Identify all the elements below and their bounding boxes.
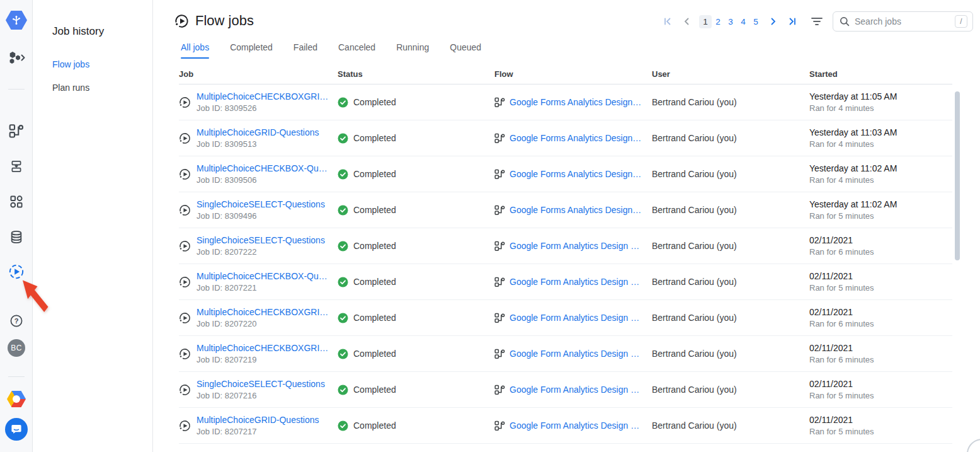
- user-name: Bertrand Cariou (you): [652, 313, 809, 323]
- status-cell: Completed: [338, 241, 494, 252]
- first-page-icon[interactable]: [660, 14, 675, 29]
- flow-link[interactable]: Google Forms Analytics Design …: [510, 97, 643, 107]
- user-name: Bertrand Cariou (you): [652, 277, 809, 287]
- run-duration: Ran for 4 minutes: [809, 175, 952, 185]
- plans-icon[interactable]: [0, 159, 33, 174]
- job-cell: MultipleChoiceGRID-Questions Job ID: 820…: [179, 415, 338, 436]
- google-cloud-icon[interactable]: [0, 390, 33, 408]
- job-text: SingleChoiceSELECT-Questions Job ID: 830…: [197, 199, 325, 221]
- flow-icon: [494, 169, 505, 180]
- tab-queued[interactable]: Queued: [450, 42, 481, 59]
- flow-link[interactable]: Google Form Analytics Design P…: [510, 313, 643, 323]
- page-number-5[interactable]: 5: [749, 15, 762, 28]
- tab-canceled[interactable]: Canceled: [338, 42, 375, 59]
- started-time: 02/11/2021: [809, 415, 952, 425]
- previous-page-icon[interactable]: [679, 14, 694, 29]
- tab-all-jobs[interactable]: All jobs: [181, 42, 209, 59]
- job-name-link[interactable]: MultipleChoiceCHECKBOXGRID-…: [197, 307, 329, 317]
- sidebar-item-flow-jobs[interactable]: Flow jobs: [52, 59, 152, 69]
- flow-icon: [494, 241, 505, 252]
- job-text: MultipleChoiceCHECKBOXGRID-… Job ID: 820…: [197, 343, 329, 364]
- status-cell: Completed: [338, 133, 494, 144]
- job-name-link[interactable]: SingleChoiceSELECT-Questions: [197, 235, 325, 245]
- flow-link[interactable]: Google Form Analytics Design P…: [510, 241, 643, 251]
- job-name-link[interactable]: MultipleChoiceGRID-Questions: [197, 127, 319, 137]
- status-cell: Completed: [338, 385, 494, 395]
- workspace-switcher-icon[interactable]: [0, 49, 33, 66]
- help-icon[interactable]: ?: [0, 314, 33, 328]
- job-cell: MultipleChoiceCHECKBOXGRID-… Job ID: 820…: [179, 307, 338, 328]
- job-id: Job ID: 8207217: [197, 427, 319, 436]
- flow-link[interactable]: Google Form Analytics Design P…: [510, 277, 643, 287]
- table-scrollbar[interactable]: [955, 91, 960, 260]
- page-number-2[interactable]: 2: [712, 15, 724, 28]
- page-number-1[interactable]: 1: [699, 15, 712, 28]
- started-cell: 02/11/2021 Ran for 6 minutes: [809, 307, 952, 328]
- flow-link[interactable]: Google Form Analytics Design P…: [510, 385, 643, 395]
- main-content: Flow jobs 12345 /: [154, 0, 980, 452]
- flow-cell: Google Forms Analytics Design …: [494, 169, 652, 180]
- flow-link[interactable]: Google Forms Analytics Design …: [510, 133, 643, 143]
- last-page-icon[interactable]: [785, 14, 800, 29]
- status-label: Completed: [353, 205, 396, 215]
- job-name-link[interactable]: SingleChoiceSELECT-Questions: [197, 379, 325, 389]
- started-cell: Yesterday at 11:02 AM Ran for 5 minutes: [809, 199, 952, 221]
- flow-icon: [494, 313, 505, 323]
- run-duration: Ran for 5 minutes: [809, 283, 952, 293]
- sidebar-item-plan-runs[interactable]: Plan runs: [52, 83, 152, 93]
- started-time: 02/11/2021: [809, 307, 952, 317]
- flow-link[interactable]: Google Form Analytics Design P…: [510, 420, 643, 431]
- flow-icon: [494, 420, 505, 431]
- started-cell: Yesterday at 11:05 AM Ran for 4 minutes: [809, 91, 952, 113]
- job-cell: SingleChoiceSELECT-Questions Job ID: 820…: [179, 379, 338, 400]
- user-avatar[interactable]: BC: [0, 339, 33, 357]
- flow-link[interactable]: Google Forms Analytics Design …: [510, 205, 643, 215]
- job-name-link[interactable]: MultipleChoiceCHECKBOXGRID-…: [197, 343, 329, 353]
- icon-rail: ? BC: [0, 0, 33, 452]
- chat-support-button[interactable]: [0, 418, 33, 441]
- pagination: 12345: [660, 14, 809, 29]
- tab-completed[interactable]: Completed: [230, 42, 273, 59]
- search-input[interactable]: [855, 16, 955, 26]
- table-row: MultipleChoiceCHECKBOXGRID-… Job ID: 820…: [179, 336, 952, 372]
- job-name-link[interactable]: MultipleChoiceCHECKBOXGRID-…: [197, 91, 329, 101]
- job-name-link[interactable]: MultipleChoiceGRID-Questions: [197, 415, 319, 425]
- connections-icon[interactable]: [0, 229, 33, 245]
- status-completed-icon: [338, 420, 348, 431]
- started-cell: 02/11/2021 Ran for 5 minutes: [809, 415, 952, 436]
- job-history-icon[interactable]: [0, 264, 33, 280]
- user-name: Bertrand Cariou (you): [652, 205, 809, 215]
- filter-icon[interactable]: [809, 13, 825, 30]
- job-name-link[interactable]: MultipleChoiceCHECKBOX-Que…: [197, 271, 329, 281]
- flow-cell: Google Form Analytics Design P…: [494, 349, 652, 359]
- job-name-link[interactable]: SingleChoiceSELECT-Questions: [197, 199, 325, 209]
- table-row: SingleChoiceSELECT-Questions Job ID: 830…: [179, 192, 952, 228]
- job-id: Job ID: 8207220: [197, 319, 329, 328]
- table-row: SingleChoiceSELECT-Questions Job ID: 820…: [179, 228, 952, 264]
- tab-failed[interactable]: Failed: [293, 42, 317, 59]
- status-label: Completed: [353, 420, 396, 431]
- page-number-3[interactable]: 3: [724, 15, 737, 28]
- next-page-icon[interactable]: [766, 14, 781, 29]
- flow-link[interactable]: Google Form Analytics Design P…: [510, 349, 643, 359]
- run-duration: Ran for 4 minutes: [809, 139, 952, 149]
- job-id: Job ID: 8207219: [197, 355, 329, 364]
- flows-icon[interactable]: [0, 124, 33, 139]
- started-time: 02/11/2021: [809, 379, 952, 389]
- sidebar-title: Job history: [52, 25, 152, 38]
- page-number-4[interactable]: 4: [737, 15, 749, 28]
- flow-cell: Google Forms Analytics Design …: [494, 205, 652, 216]
- tabs: All jobsCompletedFailedCanceledRunningQu…: [154, 42, 980, 59]
- tab-running[interactable]: Running: [396, 42, 429, 59]
- column-header-started: Started: [809, 69, 952, 79]
- job-run-icon: [179, 168, 191, 180]
- status-cell: Completed: [338, 277, 494, 287]
- dataprep-logo[interactable]: [0, 9, 33, 31]
- status-label: Completed: [353, 241, 396, 251]
- job-name-link[interactable]: MultipleChoiceCHECKBOX-Que…: [197, 163, 329, 173]
- flow-link[interactable]: Google Forms Analytics Design …: [510, 169, 643, 179]
- search-box[interactable]: /: [833, 11, 973, 32]
- job-text: MultipleChoiceCHECKBOX-Que… Job ID: 8309…: [197, 163, 329, 185]
- table-header-row: JobStatusFlowUserStarted: [179, 64, 952, 84]
- library-icon[interactable]: [0, 194, 33, 209]
